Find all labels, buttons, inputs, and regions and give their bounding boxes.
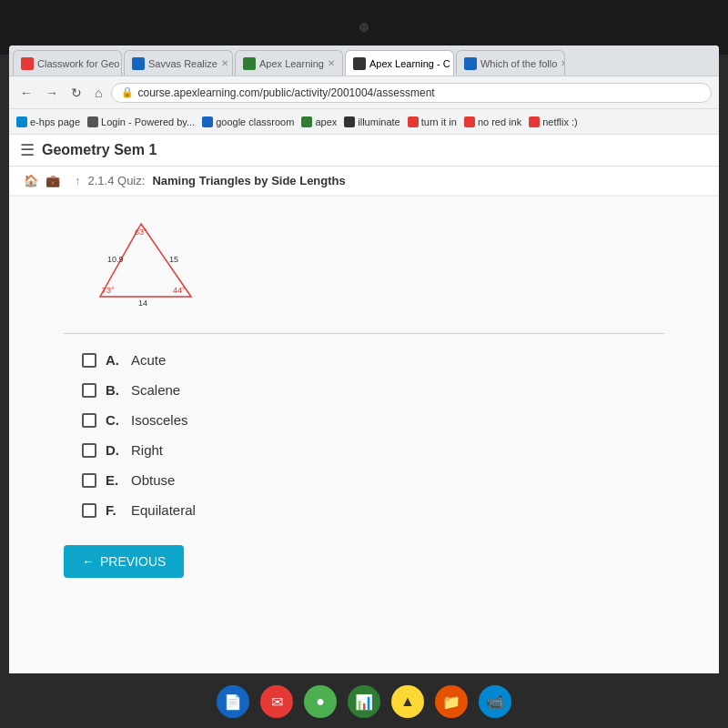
angle-br-label: 44° <box>173 286 186 295</box>
bookmark-login[interactable]: Login - Powered by... <box>87 116 195 127</box>
answer-d-text: Right <box>131 442 163 458</box>
tab-close-savvas[interactable]: ✕ <box>221 58 228 68</box>
quiz-breadcrumb: 2.1.4 Quiz: <box>88 174 146 187</box>
bookmark-turnit[interactable]: turn it in <box>408 116 457 127</box>
bookmarks-bar: e-hps page Login - Powered by... google … <box>9 109 719 135</box>
answer-a-letter: A. <box>106 352 122 368</box>
tab-apex[interactable]: Apex Learning ✕ <box>235 50 343 76</box>
side-bottom-label: 14 <box>138 298 147 308</box>
divider <box>64 333 664 334</box>
answer-d[interactable]: D. Right <box>82 442 664 458</box>
address-bar: ← → ↻ ⌂ 🔒 course.apexlearning.com/public… <box>9 76 719 109</box>
bookmark-turnit-icon <box>408 116 419 127</box>
answer-d-letter: D. <box>106 442 122 458</box>
checkbox-a[interactable] <box>82 353 96 368</box>
taskbar-drive[interactable]: ▲ <box>391 685 424 718</box>
reload-button[interactable]: ↻ <box>67 84 86 102</box>
quiz-title: Naming Triangles by Side Lengths <box>152 174 345 187</box>
answer-e-letter: E. <box>106 472 122 488</box>
site-header: ☰ Geometry Sem 1 <box>9 135 719 167</box>
tab-classwork-icon <box>21 57 34 70</box>
briefcase-icon[interactable]: 💼 <box>46 174 60 187</box>
bookmark-ehps[interactable]: e-hps page <box>16 116 80 127</box>
answer-c[interactable]: C. Isosceles <box>82 412 664 428</box>
answer-b[interactable]: B. Scalene <box>82 382 664 398</box>
hamburger-menu[interactable]: ☰ <box>20 140 35 160</box>
tab-classwork[interactable]: Classwork for Geo ✕ <box>13 50 122 76</box>
taskbar: 📄 ✉ ● 📊 ▲ 📁 📹 <box>0 675 728 728</box>
quiz-header: 🏠 💼 ↑ 2.1.4 Quiz: Naming Triangles by Si… <box>9 167 719 197</box>
bookmark-illuminate-icon <box>344 116 355 127</box>
tab-which-icon <box>464 57 477 70</box>
triangle-diagram: 63° 73° 44° 10.9 15 14 <box>82 215 209 315</box>
answer-e[interactable]: E. Obtuse <box>82 472 664 488</box>
site-title: Geometry Sem 1 <box>42 142 157 158</box>
tab-savvas[interactable]: Savvas Realize ✕ <box>124 50 233 76</box>
page-content: ☰ Geometry Sem 1 🏠 💼 ↑ 2.1.4 Quiz: Namin… <box>9 135 719 673</box>
answer-c-text: Isosceles <box>131 412 188 428</box>
taskbar-chrome[interactable]: ● <box>304 685 337 718</box>
tabs-bar: Classwork for Geo ✕ Savvas Realize ✕ Ape… <box>9 46 719 76</box>
quiz-main: 63° 73° 44° 10.9 15 14 A. Acute <box>9 197 719 673</box>
side-right-label: 15 <box>169 255 178 264</box>
home-nav-icon[interactable]: 🏠 <box>24 174 38 187</box>
answer-b-letter: B. <box>106 382 122 398</box>
checkbox-e[interactable] <box>82 473 96 488</box>
tab-close-apex[interactable]: ✕ <box>328 58 335 68</box>
checkbox-c[interactable] <box>82 413 96 428</box>
back-button[interactable]: ← <box>16 84 36 102</box>
bookmark-illuminate[interactable]: illuminate <box>344 116 399 127</box>
taskbar-files[interactable]: 📁 <box>435 685 468 718</box>
bookmark-netflix[interactable]: netflix :) <box>529 116 578 127</box>
previous-arrow-icon: ← <box>82 554 95 569</box>
previous-button[interactable]: ← PREVIOUS <box>64 545 184 578</box>
url-text: course.apexlearning.com/public/activity/… <box>137 86 434 99</box>
answer-a-text: Acute <box>131 352 166 368</box>
answer-a[interactable]: A. Acute <box>82 352 664 368</box>
tab-close-which[interactable]: ✕ <box>561 58 565 68</box>
answer-f[interactable]: F. Equilateral <box>82 502 664 518</box>
angle-top-label: 63° <box>135 228 147 237</box>
taskbar-sheets[interactable]: 📊 <box>348 685 380 718</box>
taskbar-docs[interactable]: 📄 <box>217 685 249 718</box>
triangle-container: 63° 73° 44° 10.9 15 14 <box>64 215 664 315</box>
forward-button[interactable]: → <box>42 84 62 102</box>
browser-window: Classwork for Geo ✕ Savvas Realize ✕ Ape… <box>9 46 719 673</box>
checkbox-d[interactable] <box>82 443 96 458</box>
bookmark-login-icon <box>87 116 98 127</box>
bookmark-netflix-icon <box>529 116 540 127</box>
answer-c-letter: C. <box>106 412 122 428</box>
bookmark-ehps-icon <box>16 116 27 127</box>
side-left-label: 10.9 <box>107 255 124 264</box>
bookmark-google-icon <box>202 116 213 127</box>
tab-apex-c[interactable]: Apex Learning - C ✕ <box>345 50 454 76</box>
checkbox-f[interactable] <box>82 503 96 518</box>
url-box[interactable]: 🔒 course.apexlearning.com/public/activit… <box>111 83 712 103</box>
tab-apex-c-icon <box>353 57 366 70</box>
bookmark-apex[interactable]: apex <box>301 116 337 127</box>
answer-b-text: Scalene <box>131 382 180 398</box>
tab-apex-icon <box>243 57 256 70</box>
taskbar-gmail[interactable]: ✉ <box>260 685 293 718</box>
checkbox-b[interactable] <box>82 383 96 398</box>
answer-f-letter: F. <box>106 502 122 518</box>
webcam <box>359 23 369 32</box>
angle-bl-label: 73° <box>102 286 115 295</box>
bookmark-noredink-icon <box>464 116 475 127</box>
bookmark-noredink[interactable]: no red ink <box>464 116 521 127</box>
answer-choices: A. Acute B. Scalene C. Isosceles D. Righ… <box>64 352 664 518</box>
previous-label: PREVIOUS <box>100 554 166 569</box>
lock-icon: 🔒 <box>121 86 134 98</box>
tab-savvas-icon <box>132 57 145 70</box>
answer-f-text: Equilateral <box>131 502 196 518</box>
home-button[interactable]: ⌂ <box>91 84 106 102</box>
tab-which[interactable]: Which of the follo ✕ <box>456 50 565 76</box>
bookmark-google-classroom[interactable]: google classroom <box>202 116 294 127</box>
bookmark-apex-icon <box>301 116 312 127</box>
answer-e-text: Obtuse <box>131 472 175 488</box>
upload-icon: ↑ <box>75 174 81 187</box>
taskbar-meet[interactable]: 📹 <box>479 685 511 718</box>
